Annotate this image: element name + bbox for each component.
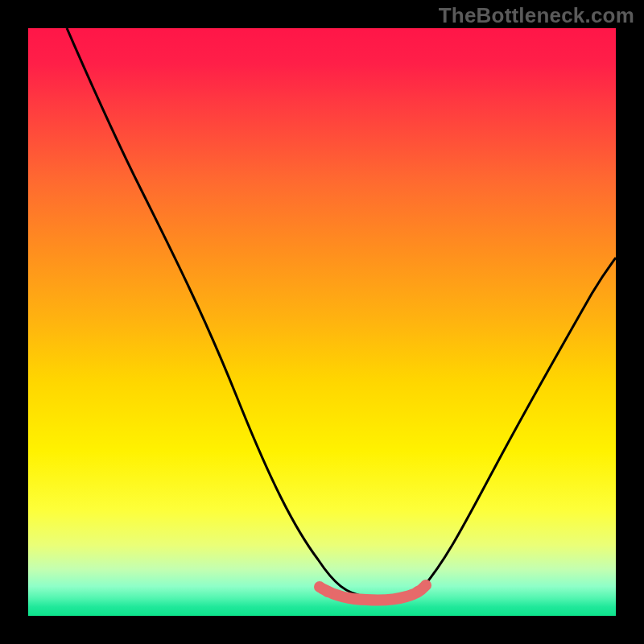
watermark-text: TheBottleneck.com: [439, 3, 634, 28]
red-dot: [322, 586, 333, 597]
plot-area: [28, 28, 616, 616]
chart-frame: TheBottleneck.com: [0, 0, 644, 644]
red-dot: [420, 580, 431, 591]
red-flat-segment: [322, 587, 424, 601]
black-curve: [67, 28, 616, 598]
curve-layer: [28, 28, 616, 616]
